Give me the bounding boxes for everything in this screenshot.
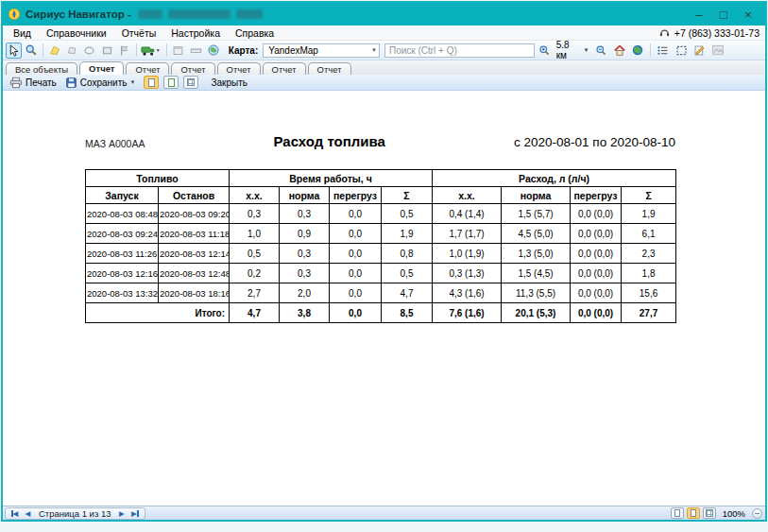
chevron-down-icon: ▼ <box>583 47 589 53</box>
flag-tool-button-disabled <box>116 43 131 59</box>
minimize-button[interactable]: – <box>687 6 711 23</box>
tab-report[interactable]: Отчет <box>308 62 351 75</box>
vehicle-tracking-button[interactable]: ▼ <box>141 43 162 59</box>
table-row: 2020-08-03 08:48 2020-08-03 09:20 0,3 0,… <box>86 204 676 224</box>
app-icon <box>8 8 21 21</box>
cell-overload-time: 0,0 <box>330 224 382 244</box>
route-globe-button[interactable] <box>205 43 220 59</box>
cell-time-total: 1,9 <box>382 224 433 244</box>
fit-bounds-icon[interactable] <box>673 43 690 59</box>
tab-report[interactable]: Отчет <box>126 62 169 75</box>
map-provider-value: YandexMap <box>268 45 318 56</box>
chevron-down-icon: ▼ <box>371 47 377 53</box>
cell-idle-time: 2,7 <box>230 283 280 303</box>
group-header-worktime: Время работы, ч <box>230 170 433 187</box>
total-overload-time: 0,0 <box>330 303 382 323</box>
menu-help[interactable]: Справка <box>228 27 282 39</box>
cell-fuel-total: 2,3 <box>622 244 676 264</box>
table-row: 2020-08-03 09:24 2020-08-03 11:18 1,0 0,… <box>86 224 676 244</box>
menu-bar: Вид Справочники Отчёты Настройка Справка… <box>3 26 765 41</box>
column-header: Останов <box>159 187 230 204</box>
column-header: перегруз <box>571 187 622 204</box>
map-provider-select[interactable]: YandexMap ▼ <box>263 43 380 58</box>
first-page-button[interactable]: ◀ <box>9 508 20 519</box>
tab-report-active[interactable]: Отчет <box>79 61 124 75</box>
menu-directories[interactable]: Справочники <box>39 27 114 39</box>
report-title: Расход топлива <box>274 133 385 149</box>
home-icon[interactable] <box>611 43 628 59</box>
globe-icon[interactable] <box>629 43 646 59</box>
cell-overload-time: 0,0 <box>330 283 382 303</box>
close-button[interactable]: × <box>736 6 760 23</box>
cell-fuel-total: 6,1 <box>622 224 676 244</box>
zoom-out-button[interactable]: – <box>752 508 762 519</box>
tab-report[interactable]: Отчет <box>171 62 214 75</box>
cell-overload-fuel: 0,0 (0,0) <box>571 264 622 283</box>
app-window: Сириус Навигатор - – □ × Вид Справочники… <box>1 1 767 522</box>
cell-start: 2020-08-03 08:48 <box>86 204 159 224</box>
report-header: МАЗ А000АА Расход топлива с 2020-08-01 п… <box>85 133 675 149</box>
cell-normal-fuel: 1,3 (5,0) <box>502 244 571 264</box>
column-header: х.х. <box>433 187 502 204</box>
cell-idle-fuel: 1,7 (1,7) <box>433 224 502 244</box>
ruler-button-disabled <box>188 43 203 59</box>
total-normal-fuel: 20,1 (5,3) <box>502 303 571 323</box>
tab-all-objects[interactable]: Все объекты <box>6 62 77 75</box>
tab-report[interactable]: Отчет <box>263 62 306 75</box>
cell-start: 2020-08-03 12:16 <box>86 264 159 283</box>
print-button[interactable]: Печать <box>8 76 59 90</box>
save-button[interactable]: Сохранить ▼ <box>63 76 140 90</box>
cell-overload-time: 0,0 <box>330 204 382 224</box>
cell-overload-time: 0,0 <box>330 244 382 264</box>
cell-start: 2020-08-03 09:24 <box>86 224 159 244</box>
view-single-page-button[interactable] <box>144 76 159 89</box>
grid-icon <box>187 78 195 86</box>
total-idle-fuel: 7,6 (1,6) <box>433 303 502 323</box>
search-object-button[interactable] <box>24 43 39 59</box>
zoom-out-icon[interactable] <box>592 43 609 59</box>
view-fit-page-button[interactable] <box>163 76 179 89</box>
search-input[interactable] <box>384 43 535 58</box>
notes-edit-icon[interactable] <box>691 43 708 59</box>
legend-list-icon[interactable] <box>655 43 672 59</box>
cell-stop: 2020-08-03 12:48 <box>159 264 230 283</box>
menu-view[interactable]: Вид <box>6 27 39 39</box>
tab-report[interactable]: Отчет <box>217 62 261 75</box>
map-scale-value[interactable]: 5.8 км <box>556 40 581 60</box>
view-multi-page-button[interactable] <box>703 507 716 519</box>
menu-settings[interactable]: Настройка <box>163 27 228 39</box>
zoom-in-icon[interactable] <box>537 43 554 59</box>
cell-time-total: 0,5 <box>382 204 433 224</box>
cell-stop: 2020-08-03 09:20 <box>159 204 230 224</box>
print-label: Печать <box>26 77 57 88</box>
fuel-consumption-table: Топливо Время работы, ч Расход, л (л/ч) … <box>85 169 676 323</box>
next-page-button[interactable]: ▶ <box>117 508 128 519</box>
column-header: норма <box>502 187 571 204</box>
close-report-button[interactable]: Закрыть <box>209 76 249 90</box>
pointer-tool-button[interactable] <box>6 43 22 59</box>
maximize-button[interactable]: □ <box>711 6 736 23</box>
map-label: Карта: <box>229 45 259 56</box>
edit-zone-button[interactable] <box>47 43 62 59</box>
previous-page-button[interactable]: ◀ <box>23 508 33 519</box>
view-continuous-button[interactable] <box>687 507 700 519</box>
menu-reports[interactable]: Отчёты <box>114 27 164 39</box>
main-toolbar: ▼ Карта: YandexMap ▼ 5.8 км ▼ <box>3 41 765 60</box>
polygon-tool-button-disabled <box>64 43 79 59</box>
table-row: 2020-08-03 12:16 2020-08-03 12:48 0,2 0,… <box>86 264 676 283</box>
zoom-controls: 100% – <box>671 507 763 519</box>
image-button-disabled <box>710 43 727 59</box>
column-header: Запуск <box>86 187 159 204</box>
total-normal-time: 3,8 <box>280 303 330 323</box>
cell-normal-time: 0,3 <box>280 204 330 224</box>
view-multi-page-button[interactable] <box>183 76 198 89</box>
group-header-consumption: Расход, л (л/ч) <box>433 170 676 187</box>
view-single-page-button[interactable] <box>671 507 684 519</box>
cell-stop: 2020-08-03 18:16 <box>159 283 230 303</box>
toolbar-separator <box>650 43 651 57</box>
cell-normal-fuel: 1,5 (5,7) <box>502 204 571 224</box>
last-page-button[interactable]: ▶ <box>130 508 141 519</box>
column-header: Σ <box>622 187 676 204</box>
cell-fuel-total: 1,9 <box>622 204 676 224</box>
cell-normal-time: 0,3 <box>280 264 330 283</box>
